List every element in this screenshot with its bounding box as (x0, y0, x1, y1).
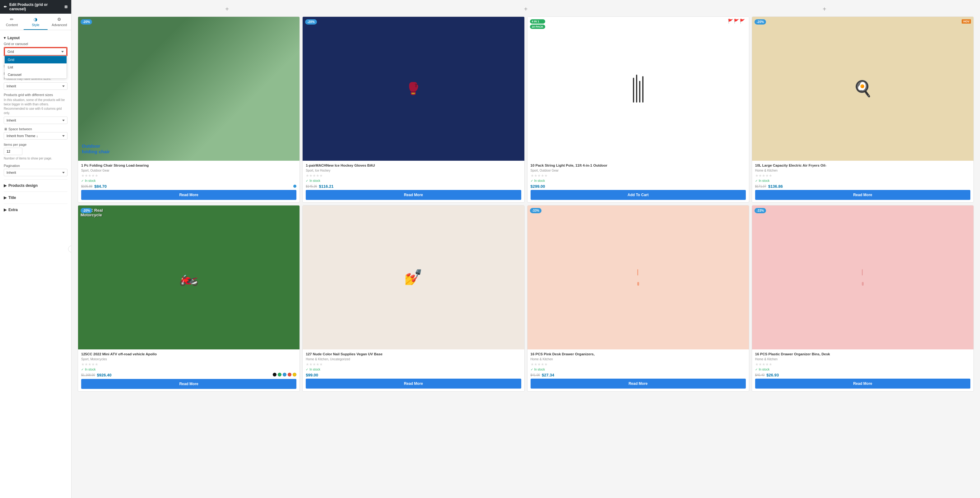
extra-header[interactable]: ▶ Extra (4, 206, 67, 213)
product-8-sale-price: $26.93 (766, 373, 779, 377)
extra-arrow: ▶ (4, 208, 6, 212)
product-6-name: 127 Nude Color Nail Supplies Vegan UV Ba… (306, 352, 521, 357)
product-image-3: 4 IN 1 10 PACK 🚩🚩🚩 (528, 17, 749, 161)
product-3-badge-4in1: 4 IN 1 (530, 19, 545, 24)
space-between-label: 🖥 Space between (4, 127, 67, 131)
product-6-img-icon: 💅 (404, 269, 423, 286)
product-card-6: 💅 127 Nude Color Nail Supplies Vegan UV … (302, 205, 524, 392)
product-image-7: -33% (528, 206, 749, 349)
product-5-category: Sport, Motorcycles (81, 357, 296, 361)
product-6-stock: In stock (306, 368, 521, 371)
product-2-stock: In stock (306, 179, 521, 182)
product-3-stars: ★★★★★ (531, 173, 746, 178)
product-4-original-price: $171.07 (755, 185, 766, 188)
color-dot-blue (283, 373, 286, 376)
main-content: + + + Outdoorfolding chair -20% 1 Pc Fol… (72, 0, 980, 498)
product-4-stock: In stock (755, 179, 970, 182)
color-dot-green (278, 373, 282, 376)
product-8-name: 16 PCS Plastic Drawer Organizer Bins, De… (755, 352, 970, 357)
product-7-badge: -33% (530, 208, 541, 213)
add-col-btn-3[interactable]: + (816, 4, 832, 14)
product-1-name: 1 Pc Folding Chair Strong Load-bearing (81, 163, 296, 168)
product-3-flags: 🚩🚩🚩 (728, 19, 746, 24)
product-6-category: Home & Kitchen, Uncategorized (306, 357, 521, 361)
sidebar-tabs: ✏ Content ◑ Style ⚙ Advanced (0, 14, 71, 30)
dropdown-item-list[interactable]: List (5, 63, 67, 71)
product-card-8: -33% 16 PCS Plastic Drawer Organizer Bin… (752, 205, 974, 392)
product-3-stock: In stock (531, 179, 746, 182)
product-7-img-grid (634, 266, 642, 289)
product-7-sale-price: $27.34 (542, 373, 554, 377)
tab-content[interactable]: ✏ Content (0, 14, 24, 30)
product-2-btn[interactable]: Read More (306, 190, 521, 200)
product-4-stars: ★★★★★ (755, 173, 970, 178)
product-8-original-price: $40.40 (755, 373, 765, 377)
product-3-img-poles (633, 75, 643, 103)
product-3-btn[interactable]: Add To Cart (531, 190, 746, 200)
dropdown-item-grid[interactable]: Grid (5, 56, 67, 63)
product-card-5: 🏍️ 125CC RealMotorcycle -20% 125CC 2022 … (78, 205, 300, 392)
pagination-row: Pagination Inherit Load More Infinite Sc… (4, 164, 67, 176)
items-per-page-label: Items per page (4, 143, 67, 146)
products-design-arrow: ▶ (4, 183, 6, 188)
product-2-category: Sport, Ice Hockey (306, 169, 521, 172)
product-7-btn[interactable]: Read More (531, 379, 746, 389)
layout-title: Layout (8, 36, 20, 40)
product-1-stock: In stock (81, 179, 296, 182)
sidebar-content: ▾ Layout Grid or carousel Grid List Caro… (0, 30, 71, 498)
products-design-header[interactable]: ▶ Products design (4, 182, 67, 189)
product-1-badge: -20% (81, 19, 92, 25)
product-5-btn[interactable]: Read More (81, 379, 296, 389)
product-5-stock: In stock (81, 368, 296, 371)
product-4-badge-hov: HOV (962, 19, 971, 24)
product-7-pricing: $41.00 $27.34 (531, 373, 746, 377)
product-6-price: $99.00 (306, 373, 318, 377)
product-1-btn[interactable]: Read More (81, 190, 296, 200)
title-section: ▶ Title (4, 192, 67, 204)
product-4-sale-price: $136.86 (768, 184, 783, 189)
dropdown-item-carousel[interactable]: Carousel (5, 71, 67, 78)
product-3-badge-10pack: 10 PACK (530, 25, 545, 29)
items-per-page-hint: Number of items to show per page. (4, 156, 67, 161)
product-card-2: 🥊 -20% 1-pairMACHNew Ice Hockey Gloves B… (302, 16, 524, 203)
grid-carousel-select-wrapper: Grid List Carousel Grid List Carousel (4, 47, 67, 56)
product-8-btn[interactable]: Read More (755, 379, 970, 389)
edit-icon: ✏ (4, 5, 7, 9)
space-between-select[interactable]: Inherit from Theme ↓ None Small Medium L… (4, 132, 67, 140)
product-8-stars: ★★★★★ (755, 362, 970, 366)
add-col-btn-2[interactable]: + (518, 4, 534, 14)
masonry-grid-select[interactable]: Inherit Yes No (4, 82, 67, 90)
title-header[interactable]: ▶ Title (4, 194, 67, 201)
product-2-name: 1-pairMACHNew Ice Hockey Gloves BAU (306, 163, 521, 168)
product-1-sale-price: $84.70 (94, 184, 107, 189)
add-col-btn-1[interactable]: + (219, 4, 235, 14)
product-4-pricing: $171.07 $136.86 (755, 184, 970, 189)
product-2-pricing: $145.26 $116.21 (306, 184, 521, 189)
add-col-bar: + + + (78, 3, 974, 16)
product-5-info: 125CC 2022 Mini ATV off-road vehicle Apo… (78, 349, 299, 392)
extra-section: ▶ Extra (4, 204, 67, 216)
pagination-select[interactable]: Inherit Load More Infinite Scroll Pages (4, 169, 67, 176)
grid-carousel-select[interactable]: Grid List Carousel (4, 48, 67, 56)
product-3-name: 10 Pack String Light Pole, 11ft 4-in-1 O… (531, 163, 746, 168)
grid-carousel-dropdown: Grid List Carousel (4, 56, 67, 79)
grid-different-sizes-hint: In this situation, some of the products … (4, 98, 67, 115)
product-1-category: Sport, Outdoor Gear (81, 169, 296, 172)
grid-different-sizes-select[interactable]: Inherit Yes No (4, 117, 67, 124)
product-image-4: 🍳 -20% HOV (752, 17, 974, 161)
grid-or-carousel-label: Grid or carousel (4, 42, 67, 46)
tab-style[interactable]: ◑ Style (24, 14, 47, 30)
product-3-info: 10 Pack String Light Pole, 11ft 4-in-1 O… (528, 161, 749, 202)
product-5-sale-price: $926.40 (97, 373, 111, 377)
product-1-stars: ★★★★★ (81, 173, 296, 178)
product-1-info: 1 Pc Folding Chair Strong Load-bearing S… (78, 161, 299, 202)
layout-section-header[interactable]: ▾ Layout (4, 33, 67, 42)
product-6-btn[interactable]: Read More (306, 379, 521, 389)
product-5-stars: ★★★★★ (81, 362, 296, 366)
product-card-7: -33% 16 PCS Pink Desk Drawer Organizers,… (527, 205, 749, 392)
product-4-btn[interactable]: Read More (755, 190, 970, 200)
product-8-pricing: $40.40 $26.93 (755, 373, 970, 377)
extra-label: Extra (8, 208, 18, 212)
items-per-page-input[interactable] (4, 147, 22, 155)
tab-advanced[interactable]: ⚙ Advanced (48, 14, 71, 30)
